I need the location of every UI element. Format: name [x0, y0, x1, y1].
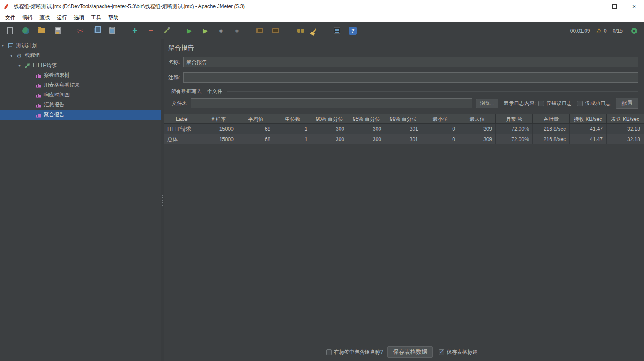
menu-edit[interactable]: 编辑: [19, 13, 36, 22]
remote-start-glyph: [256, 28, 263, 33]
new-file-icon[interactable]: [4, 25, 15, 36]
browse-button[interactable]: 浏览...: [476, 99, 498, 108]
shutdown-glyph: ●: [235, 27, 239, 35]
listener-chart-icon: [35, 82, 41, 88]
name-value: 聚合报告: [186, 59, 207, 66]
table-cell: 300: [348, 134, 385, 144]
table-row[interactable]: HTTP请求 15000 68 1 300 300 301 0 309 72.0…: [164, 124, 644, 134]
tree-item-label: 响应时间图: [44, 91, 70, 99]
menu-tools[interactable]: 工具: [88, 13, 105, 22]
success-only-checkbox[interactable]: [577, 101, 583, 106]
tree-item-summary-report[interactable]: 汇总报告: [0, 100, 161, 110]
errors-only-label: 仅错误日志: [546, 100, 572, 107]
tree-item-thread-group[interactable]: ⚙ 线程组: [0, 51, 161, 60]
warning-icon[interactable]: ⚠: [596, 27, 602, 35]
expand-arrow-icon[interactable]: [10, 53, 16, 58]
name-input[interactable]: 聚合报告: [183, 57, 638, 67]
remove-element-icon[interactable]: −: [145, 25, 156, 36]
success-only-label: 仅成功日志: [585, 100, 611, 107]
menu-file[interactable]: 文件: [2, 13, 19, 22]
toggle-element-icon[interactable]: [161, 25, 172, 36]
function-helper-icon[interactable]: [331, 25, 343, 36]
errors-only-checkbox[interactable]: [538, 101, 544, 106]
menu-help[interactable]: 帮助: [105, 13, 122, 22]
globe-glyph: [631, 28, 637, 34]
function-list-glyph: [334, 27, 340, 34]
save-icon[interactable]: [52, 25, 63, 36]
menu-bar: 文件 编辑 查找 运行 选项 工具 帮助: [0, 13, 644, 22]
tree-item-label: 用表格察看结果: [44, 81, 80, 89]
table-cell: 309: [459, 134, 496, 144]
comment-label: 注释:: [168, 74, 180, 81]
open-file-icon[interactable]: [36, 25, 47, 36]
question-glyph: ?: [349, 27, 357, 35]
shutdown-icon[interactable]: ●: [231, 25, 243, 36]
minimize-button[interactable]: –: [585, 0, 605, 13]
save-table-header-option[interactable]: 保存表格标题: [439, 349, 477, 356]
log-display-label: 显示日志内容:: [504, 100, 536, 107]
test-plan-tree: 测试计划 ⚙ 线程组 HTTP请求 察看结果树 用表格察看结果 响应时间图 汇总…: [0, 39, 161, 361]
table-cell: 1: [274, 134, 311, 144]
menu-options[interactable]: 选项: [70, 13, 88, 22]
copy-icon[interactable]: [91, 25, 102, 36]
tree-item-response-time-graph[interactable]: 响应时间图: [0, 90, 161, 100]
remote-start-all-icon[interactable]: [254, 25, 265, 36]
tree-item-http-request[interactable]: HTTP请求: [0, 60, 161, 70]
cut-icon[interactable]: ✂: [75, 25, 86, 36]
menu-search[interactable]: 查找: [36, 13, 53, 22]
start-no-pauses-icon[interactable]: ▶: [200, 25, 211, 36]
title-bar: 线程组-熔断测试.jmx (D:\DevTools\apache-jmeter-…: [0, 0, 644, 13]
table-cell: 1: [274, 124, 311, 134]
configure-button[interactable]: 配置: [616, 98, 638, 109]
tree-item-view-results-tree[interactable]: 察看结果树: [0, 70, 161, 80]
tree-item-label: 察看结果树: [44, 72, 70, 79]
comment-input[interactable]: [183, 72, 638, 83]
help-icon[interactable]: ?: [347, 25, 358, 36]
tree-item-aggregate-report[interactable]: 聚合报告: [0, 110, 161, 120]
test-plan-icon: [7, 42, 14, 49]
add-element-icon[interactable]: +: [129, 25, 140, 36]
save-table-header-checkbox[interactable]: [439, 349, 444, 355]
include-group-name-checkbox[interactable]: [326, 349, 332, 355]
close-button[interactable]: ×: [624, 0, 644, 13]
tree-splitter[interactable]: [161, 39, 164, 361]
table-row[interactable]: 总体 15000 68 1 300 300 301 0 309 72.00% 2…: [164, 134, 644, 144]
header-cell: Label: [164, 114, 200, 124]
maximize-button[interactable]: [605, 0, 624, 13]
templates-glyph: [22, 27, 29, 34]
listener-chart-icon: [35, 72, 41, 78]
expand-arrow-icon[interactable]: [18, 63, 24, 68]
clear-all-icon[interactable]: [309, 25, 320, 36]
table-cell: 300: [311, 134, 348, 144]
remote-shutdown-all-icon[interactable]: [270, 25, 281, 36]
success-only-option[interactable]: 仅成功日志: [577, 100, 611, 107]
page-title: 聚合报告: [168, 44, 644, 52]
menu-run[interactable]: 运行: [53, 13, 70, 22]
new-file-glyph: [7, 27, 13, 34]
table-cell: 68: [237, 124, 274, 134]
tree-item-view-results-table[interactable]: 用表格察看结果: [0, 80, 161, 90]
expand-arrow-icon[interactable]: [2, 43, 7, 48]
table-cell: 216.8/sec: [533, 124, 570, 134]
filename-input[interactable]: [191, 98, 472, 108]
table-header-row: Label # 样本 平均值 中位数 90% 百分位 95% 百分位 99% 百…: [164, 114, 644, 124]
header-cell: 平均值: [237, 114, 274, 124]
tree-item-test-plan[interactable]: 测试计划: [0, 41, 161, 51]
table-cell: HTTP请求: [164, 124, 200, 134]
save-table-data-button[interactable]: 保存表格数据: [387, 346, 433, 358]
threads-indicator-icon: [629, 25, 640, 36]
start-icon[interactable]: ▶: [184, 25, 195, 36]
broom-glyph: [312, 28, 316, 33]
active-threads-count: 0/15: [613, 28, 623, 34]
templates-icon[interactable]: [20, 25, 31, 36]
toggle-glyph: [164, 28, 169, 33]
errors-only-option[interactable]: 仅错误日志: [538, 100, 572, 107]
header-cell: 最小值: [422, 114, 459, 124]
paste-icon[interactable]: [106, 25, 118, 36]
header-cell: 发送 KB/sec: [607, 114, 644, 124]
search-icon[interactable]: [293, 25, 304, 36]
stop-icon[interactable]: ●: [216, 25, 227, 36]
include-group-name-option[interactable]: 在标签中包含组名称?: [326, 349, 383, 356]
tree-item-label: 汇总报告: [44, 101, 64, 108]
save-table-header-label: 保存表格标题: [447, 349, 477, 356]
